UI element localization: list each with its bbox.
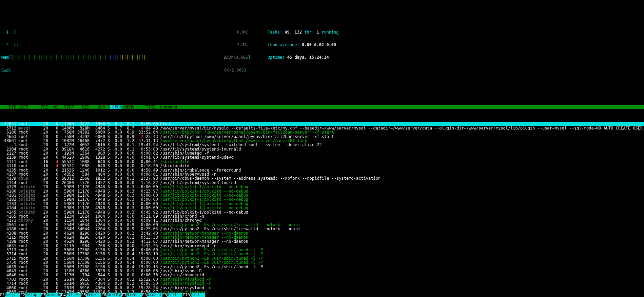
hdr-s[interactable]: S bbox=[105, 105, 110, 109]
fkey-label-F4[interactable]: Filter bbox=[66, 293, 81, 297]
fkey-F8[interactable]: F8 bbox=[142, 293, 147, 297]
cpu1-pct: 0.0% bbox=[237, 30, 247, 35]
process-row[interactable]: 4714root200261M59164304S0.00.20:05.50/us… bbox=[0, 281, 644, 285]
process-header[interactable]: PID USER PRI NI VIRT RES SHR S CPU% MEM%… bbox=[0, 105, 644, 109]
process-list[interactable]: 32631root200120M33721488R0.70.10:00.06ht… bbox=[0, 122, 644, 297]
process-row[interactable]: 4111root16-4555321088640S0.00.00:00.41/s… bbox=[0, 160, 644, 164]
hdr-cmd[interactable]: Command bbox=[158, 105, 644, 109]
cpu1-label: 1 bbox=[6, 30, 8, 35]
function-key-bar[interactable]: F1Help F2Setup F3SearchF4FilterF5Tree F6… bbox=[0, 293, 644, 297]
hdr-pid[interactable]: PID bbox=[0, 105, 16, 109]
fkey-label-F9[interactable]: Kill bbox=[167, 293, 182, 297]
hdr-shr[interactable]: SHR bbox=[90, 105, 105, 109]
process-row[interactable]: 1root200122M40522616S0.00.119:41.94/usr/… bbox=[0, 143, 644, 147]
summary-block: Tasks: 49, 132 thr; 1 running Load avera… bbox=[268, 22, 339, 81]
process-row[interactable]: 2139root2004452019081328S0.00.00:01.60/u… bbox=[0, 155, 644, 159]
process-row[interactable]: 4643root200110M43603328S0.00.10:00.06/us… bbox=[0, 269, 644, 273]
fkey-label-F7[interactable]: Nice - bbox=[126, 293, 142, 297]
process-row[interactable]: 32631root200120M33721488R0.70.10:00.06ht… bbox=[0, 122, 644, 126]
fkey-label-F3[interactable]: Search bbox=[45, 293, 61, 297]
fkey-F4[interactable]: F4 bbox=[61, 293, 65, 297]
process-row[interactable]: 4139dbus2005831225681832S0.00.12:37.93/u… bbox=[0, 176, 644, 180]
fkey-label-F1[interactable]: Help bbox=[5, 293, 20, 297]
fkey-F5[interactable]: F5 bbox=[81, 293, 86, 297]
process-row[interactable]: 4171chrony200115M18441364S0.00.00:09.11/… bbox=[0, 218, 644, 222]
process-row[interactable]: 2104root2003918446164272S0.00.10:53.80/u… bbox=[0, 147, 644, 151]
fkey-F9[interactable]: F9 bbox=[162, 293, 167, 297]
hdr-pri[interactable]: PRI bbox=[37, 105, 48, 109]
hdr-mem[interactable]: MEM% bbox=[122, 105, 134, 109]
process-row[interactable]: 4184polkitd200598M111764948S0.00.30:00.0… bbox=[0, 206, 644, 210]
process-row[interactable]: 4188root200462M82966420S0.00.24:12.67/us… bbox=[0, 239, 644, 243]
fkey-label-F2[interactable]: Setup bbox=[25, 293, 40, 297]
fkey-F10[interactable]: F10 bbox=[182, 293, 190, 297]
process-row[interactable]: 4186root200354M340447264S0.00.90:25.65/u… bbox=[0, 227, 644, 231]
fkey-label-F6[interactable]: SortBy bbox=[106, 293, 122, 297]
process-row[interactable]: 4110root16-4555321088640S0.00.00:18.26/s… bbox=[0, 164, 644, 168]
process-row[interactable]: 4135root2002153612401012S0.00.04:58.49/u… bbox=[0, 168, 644, 172]
swp-pct: 0K/2.00G bbox=[224, 68, 244, 73]
hdr-cpu[interactable]: CPU% bbox=[110, 105, 122, 109]
fkey-F2[interactable]: F2 bbox=[20, 293, 25, 297]
mem-pct: 930M/3.68G bbox=[223, 55, 248, 60]
process-row[interactable]: 6106root200758M343926000S0.00.933:52.64/… bbox=[0, 130, 644, 134]
process-row[interactable]: 4648root200113M704544S0.00.00:00.33/usr/… bbox=[0, 273, 644, 277]
cpu2-pct: 1.3% bbox=[237, 42, 247, 47]
fkey-F7[interactable]: F7 bbox=[122, 293, 126, 297]
fkey-label-F8[interactable]: Nice + bbox=[147, 293, 162, 297]
process-row[interactable]: 4182polkitd200598M111764948S0.00.30:00.0… bbox=[0, 197, 644, 201]
hdr-ni[interactable]: NI bbox=[48, 105, 58, 109]
cpu2-label: 2 bbox=[6, 42, 8, 47]
process-row[interactable]: 5714root200560M173086156S0.00.419:38.10/… bbox=[0, 252, 644, 256]
top-area: 1 [0.0%] 2 [|1.3%] Mem[|||||||||||||||||… bbox=[0, 21, 644, 81]
process-row[interactable]: 5750root200560M173086156S0.00.40:00.00/u… bbox=[0, 260, 644, 264]
hdr-res[interactable]: RES bbox=[74, 105, 90, 109]
mem-label: Mem bbox=[1, 55, 9, 60]
process-row[interactable]: 4179polkitd200598M111764948S0.00.30:00.0… bbox=[0, 185, 644, 189]
meters-block: 1 [0.0%] 2 [|1.3%] Mem[|||||||||||||||||… bbox=[1, 22, 261, 81]
swp-label: Swp bbox=[1, 68, 9, 73]
fkey-F3[interactable]: F3 bbox=[41, 293, 45, 297]
fkey-F6[interactable]: F6 bbox=[101, 293, 106, 297]
hdr-time[interactable]: TIME+ bbox=[134, 105, 158, 109]
hdr-virt[interactable]: VIRT bbox=[58, 105, 74, 109]
fkey-F1[interactable]: F1 bbox=[0, 293, 5, 297]
hdr-user[interactable]: USER bbox=[16, 105, 37, 109]
fkey-label-F5[interactable]: Tree bbox=[86, 293, 101, 297]
fkey-label-F10[interactable]: Quit bbox=[190, 293, 205, 297]
